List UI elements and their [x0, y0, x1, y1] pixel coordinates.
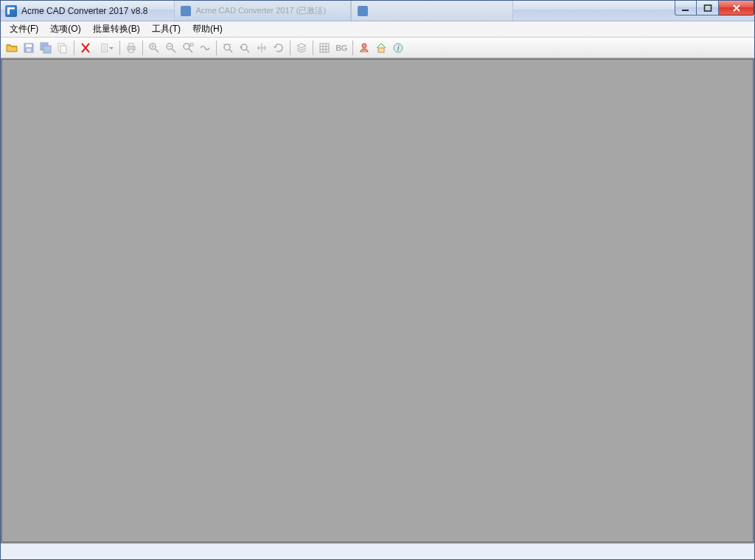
toolbar-separator	[216, 41, 217, 55]
save-button[interactable]	[21, 40, 37, 56]
toolbar-separator	[74, 41, 74, 55]
toolbar-separator	[352, 41, 353, 55]
copy-button[interactable]	[55, 40, 71, 56]
print-button[interactable]	[123, 40, 139, 56]
zoom-dynamic-button[interactable]	[197, 40, 213, 56]
toolbar: BG i	[1, 38, 754, 58]
svg-rect-6	[44, 46, 51, 53]
export-dropdown[interactable]	[94, 40, 116, 56]
app-icon	[5, 5, 17, 17]
toolbar-separator	[142, 41, 143, 55]
svg-rect-19	[320, 43, 329, 52]
svg-rect-11	[129, 43, 133, 46]
workspace[interactable]	[1, 58, 754, 543]
bg-button[interactable]: BG	[333, 40, 349, 56]
save-all-button[interactable]	[38, 40, 54, 56]
pan-button[interactable]	[254, 40, 270, 56]
menu-file[interactable]: 文件(F)	[4, 21, 44, 37]
menu-help[interactable]: 帮助(H)	[187, 21, 229, 37]
zoom-out-button[interactable]	[163, 40, 179, 56]
user-button[interactable]	[356, 40, 372, 56]
zoom-extents-button[interactable]	[220, 40, 236, 56]
pdf-button[interactable]	[77, 40, 94, 56]
zoom-in-button[interactable]	[146, 40, 162, 56]
titlebar: Acme CAD Converter 2017 v8.8 Acme CAD Co…	[1, 1, 754, 21]
statusbar	[1, 543, 754, 559]
menubar: 文件(F) 选项(O) 批量转换(B) 工具(T) 帮助(H)	[1, 21, 754, 38]
svg-rect-8	[60, 46, 66, 53]
close-button[interactable]	[719, 1, 754, 15]
info-button[interactable]: i	[390, 40, 406, 56]
svg-rect-0	[682, 10, 689, 11]
tab-icon	[181, 6, 191, 16]
svg-rect-12	[129, 49, 133, 52]
zoom-previous-button[interactable]	[237, 40, 253, 56]
menu-batch[interactable]: 批量转换(B)	[87, 21, 146, 37]
svg-point-20	[362, 43, 366, 48]
home-button[interactable]	[373, 40, 389, 56]
minimize-button[interactable]	[675, 1, 697, 15]
svg-rect-3	[26, 44, 32, 47]
svg-rect-16	[190, 43, 193, 46]
svg-rect-4	[27, 49, 31, 52]
tab-icon	[358, 6, 368, 16]
toolbar-separator	[290, 41, 290, 55]
zoom-window-button[interactable]	[180, 40, 196, 56]
maximize-button[interactable]	[697, 1, 719, 15]
title-tab-1[interactable]: Acme CAD Converter 2017 (已激活)	[174, 1, 351, 21]
grid-button[interactable]	[316, 40, 333, 56]
menu-tools[interactable]: 工具(T)	[146, 21, 187, 37]
layers-button[interactable]	[293, 40, 310, 56]
svg-rect-21	[378, 48, 384, 52]
bg-label: BG	[335, 43, 347, 52]
toolbar-separator	[313, 41, 313, 55]
title-tab-2[interactable]	[351, 1, 513, 21]
title-tabs: Acme CAD Converter 2017 (已激活)	[174, 1, 513, 21]
window-title: Acme CAD Converter 2017 v8.8	[21, 6, 147, 16]
svg-point-15	[184, 43, 189, 49]
svg-rect-1	[704, 5, 711, 11]
toolbar-separator	[119, 41, 120, 55]
rotate-button[interactable]	[271, 40, 287, 56]
menu-options[interactable]: 选项(O)	[44, 21, 86, 37]
tab-label: Acme CAD Converter 2017 (已激活)	[195, 5, 326, 16]
open-button[interactable]	[4, 40, 20, 56]
